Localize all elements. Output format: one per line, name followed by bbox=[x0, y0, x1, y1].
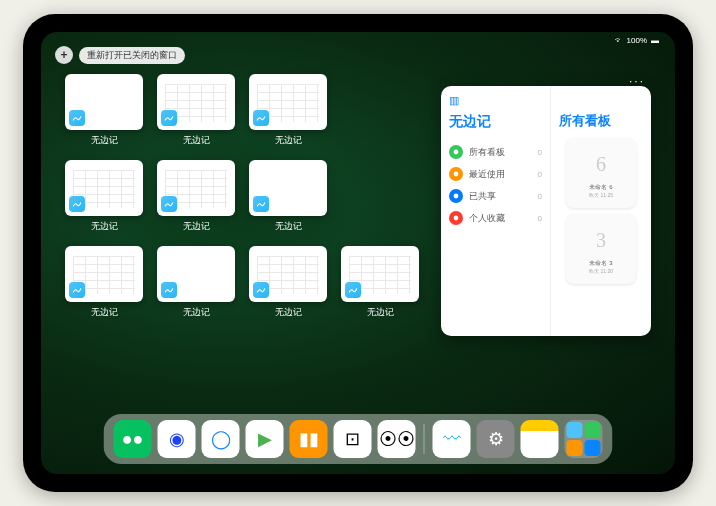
thumbnail-preview[interactable] bbox=[249, 74, 327, 130]
notes-icon[interactable] bbox=[521, 420, 559, 458]
thumbnail-preview[interactable] bbox=[65, 74, 143, 130]
wifi-icon: ᯤ bbox=[615, 36, 623, 45]
board-card[interactable]: 3 未命名 3 昨天 11:20 bbox=[566, 214, 636, 284]
freeform-panel: ▥ 无边记 所有看板 0 最近使用 0 已共享 0 个人收藏 0 所有看板 6 … bbox=[441, 86, 651, 336]
sidebar-item-label: 最近使用 bbox=[469, 168, 532, 181]
thumbnail-preview[interactable] bbox=[157, 160, 235, 216]
dock-separator bbox=[424, 424, 425, 454]
sidebar-item-count: 0 bbox=[538, 148, 542, 157]
top-controls: + 重新打开已关闭的窗口 bbox=[55, 46, 185, 64]
freeform-app-icon bbox=[69, 110, 85, 126]
panel-content: 所有看板 6 未命名 6 昨天 11:25 3 未命名 3 昨天 11:20 bbox=[551, 86, 651, 336]
window-thumbnail[interactable]: 无边记 bbox=[65, 246, 143, 322]
thumbnail-label: 无边记 bbox=[275, 220, 302, 233]
board-date: 昨天 11:25 bbox=[589, 192, 613, 198]
thumbnail-preview[interactable] bbox=[249, 246, 327, 302]
panel-right-title: 所有看板 bbox=[559, 112, 643, 130]
sidebar-item[interactable]: 已共享 0 bbox=[449, 185, 542, 207]
sidebar-item-count: 0 bbox=[538, 170, 542, 179]
sidebar-item-label: 所有看板 bbox=[469, 146, 532, 159]
sidebar-toggle-icon[interactable]: ▥ bbox=[449, 94, 542, 107]
dice-icon[interactable]: ⊡ bbox=[334, 420, 372, 458]
board-preview: 3 bbox=[585, 225, 617, 257]
freeform-app-icon bbox=[69, 196, 85, 212]
window-thumbnail[interactable]: 无边记 bbox=[157, 246, 235, 322]
window-thumbnail[interactable]: 无边记 bbox=[249, 160, 327, 236]
window-thumbnail[interactable]: 无边记 bbox=[341, 246, 419, 322]
window-thumbnail[interactable]: 无边记 bbox=[157, 74, 235, 150]
freeform-app-icon bbox=[253, 196, 269, 212]
freeform-app-icon bbox=[345, 282, 361, 298]
clock-icon bbox=[449, 167, 463, 181]
qq-browser-icon[interactable]: ◯ bbox=[202, 420, 240, 458]
panel-title: 无边记 bbox=[449, 113, 542, 131]
freeform-app-icon bbox=[161, 196, 177, 212]
thumbnail-preview[interactable] bbox=[249, 160, 327, 216]
freeform-app-icon bbox=[161, 110, 177, 126]
thumbnail-label: 无边记 bbox=[91, 306, 118, 319]
freeform-app-icon bbox=[69, 282, 85, 298]
new-window-button[interactable]: + bbox=[55, 46, 73, 64]
wechat-icon[interactable]: ●● bbox=[114, 420, 152, 458]
thumbnail-label: 无边记 bbox=[183, 134, 210, 147]
app-library-icon[interactable] bbox=[565, 420, 603, 458]
board-label: 未命名 6 bbox=[589, 183, 612, 192]
settings-icon[interactable]: ⚙ bbox=[477, 420, 515, 458]
sidebar-item-label: 个人收藏 bbox=[469, 212, 532, 225]
sidebar-item-count: 0 bbox=[538, 214, 542, 223]
panel-sidebar: ▥ 无边记 所有看板 0 最近使用 0 已共享 0 个人收藏 0 bbox=[441, 86, 551, 336]
freeform-app-icon bbox=[253, 110, 269, 126]
sidebar-item[interactable]: 最近使用 0 bbox=[449, 163, 542, 185]
windows-grid: 无边记 无边记 无边记 无边记 无边记 bbox=[65, 74, 419, 322]
svg-point-0 bbox=[454, 150, 459, 155]
heart-icon bbox=[449, 211, 463, 225]
window-thumbnail[interactable]: 无边记 bbox=[249, 246, 327, 322]
freeform-app-icon bbox=[161, 282, 177, 298]
window-thumbnail[interactable]: 无边记 bbox=[65, 74, 143, 150]
board-label: 未命名 3 bbox=[589, 259, 612, 268]
thumbnail-label: 无边记 bbox=[367, 306, 394, 319]
status-bar: ᯤ 100% ▬ bbox=[615, 36, 659, 45]
person-icon bbox=[449, 189, 463, 203]
battery-icon: ▬ bbox=[651, 36, 659, 45]
board-preview: 6 bbox=[585, 149, 617, 181]
thumbnail-label: 无边记 bbox=[183, 306, 210, 319]
play-icon[interactable]: ▶ bbox=[246, 420, 284, 458]
sidebar-item[interactable]: 所有看板 0 bbox=[449, 141, 542, 163]
thumbnail-preview[interactable] bbox=[157, 246, 235, 302]
thumbnail-label: 无边记 bbox=[183, 220, 210, 233]
nodes-icon[interactable]: ⦿⦿ bbox=[378, 420, 416, 458]
freeform-icon[interactable]: 〰 bbox=[433, 420, 471, 458]
thumbnail-label: 无边记 bbox=[275, 134, 302, 147]
window-thumbnail[interactable]: 无边记 bbox=[249, 74, 327, 150]
thumbnail-preview[interactable] bbox=[65, 160, 143, 216]
thumbnail-preview[interactable] bbox=[341, 246, 419, 302]
screen: ᯤ 100% ▬ + 重新打开已关闭的窗口 无边记 无边记 无边记 bbox=[41, 32, 675, 474]
sidebar-item[interactable]: 个人收藏 0 bbox=[449, 207, 542, 229]
thumbnail-label: 无边记 bbox=[91, 134, 118, 147]
books-icon[interactable]: ▮▮ bbox=[290, 420, 328, 458]
svg-point-1 bbox=[454, 172, 459, 177]
ipad-frame: ᯤ 100% ▬ + 重新打开已关闭的窗口 无边记 无边记 无边记 bbox=[23, 14, 693, 492]
chat-icon bbox=[449, 145, 463, 159]
thumbnail-preview[interactable] bbox=[157, 74, 235, 130]
window-thumbnail[interactable]: 无边记 bbox=[65, 160, 143, 236]
browser-hd-icon[interactable]: ◉ bbox=[158, 420, 196, 458]
dock: ●●◉◯▶▮▮⊡⦿⦿〰⚙ bbox=[104, 414, 613, 464]
sidebar-item-count: 0 bbox=[538, 192, 542, 201]
sidebar-item-label: 已共享 bbox=[469, 190, 532, 203]
svg-point-3 bbox=[454, 216, 459, 221]
thumbnail-preview[interactable] bbox=[65, 246, 143, 302]
freeform-app-icon bbox=[253, 282, 269, 298]
window-thumbnail[interactable]: 无边记 bbox=[157, 160, 235, 236]
battery-text: 100% bbox=[627, 36, 647, 45]
board-card[interactable]: 6 未命名 6 昨天 11:25 bbox=[566, 138, 636, 208]
board-date: 昨天 11:20 bbox=[589, 268, 613, 274]
thumbnail-label: 无边记 bbox=[91, 220, 118, 233]
thumbnail-label: 无边记 bbox=[275, 306, 302, 319]
svg-point-2 bbox=[454, 194, 459, 199]
reopen-closed-window-button[interactable]: 重新打开已关闭的窗口 bbox=[79, 47, 185, 64]
